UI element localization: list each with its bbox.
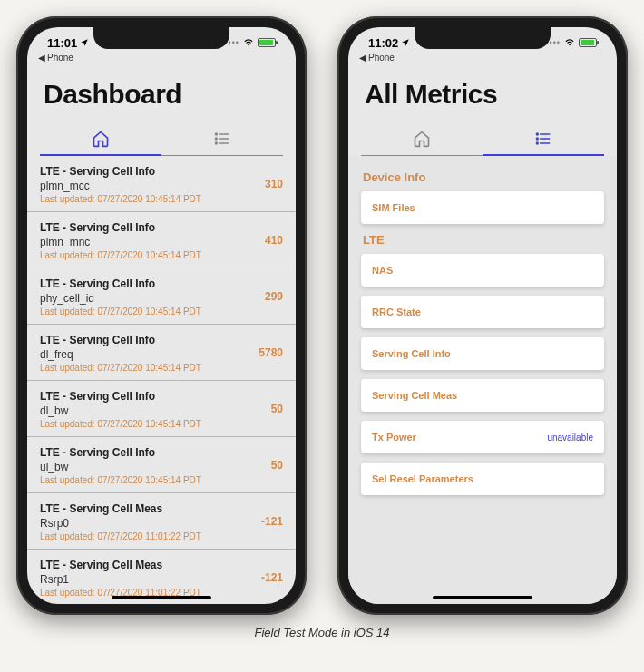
metric-name: Serving Cell Info [372, 348, 451, 359]
tab-dashboard[interactable] [361, 124, 483, 155]
dashboard-row[interactable]: LTE - Serving Cell MeasRsrp0Last updated… [27, 493, 296, 550]
tab-bar [361, 124, 604, 156]
page-header: All Metrics [348, 63, 617, 119]
row-title: LTE - Serving Cell Info [40, 165, 283, 178]
metric-name: NAS [372, 265, 393, 276]
metric-card[interactable]: SIM Files [361, 191, 604, 224]
tab-dashboard[interactable] [40, 124, 161, 155]
wifi-icon [563, 38, 576, 47]
back-to-app[interactable]: ◀ Phone [27, 53, 296, 63]
dashboard-row[interactable]: LTE - Serving Cell Infodl_bwLast updated… [27, 381, 296, 437]
metric-status: unavailable [547, 433, 593, 443]
row-title: LTE - Serving Cell Info [40, 446, 283, 459]
metric-name: Serving Cell Meas [372, 390, 457, 401]
svg-point-5 [216, 142, 218, 144]
row-metric: dl_bw [40, 404, 283, 417]
clock: 11:02 [368, 36, 398, 50]
metric-card[interactable]: Serving Cell Meas [361, 379, 604, 412]
chevron-left-icon: ◀ [359, 53, 366, 63]
metric-name: Sel Resel Parameters [372, 473, 473, 484]
tab-all-metrics[interactable] [161, 124, 283, 155]
row-title: LTE - Serving Cell Info [40, 221, 283, 234]
row-timestamp: Last updated: 07/27/2020 10:45:14 PDT [40, 194, 283, 204]
dashboard-row[interactable]: LTE - Serving Cell Infoplmn_mncLast upda… [27, 212, 296, 268]
metric-card[interactable]: Sel Resel Parameters [361, 463, 604, 495]
row-value: 50 [271, 403, 283, 415]
row-value: 5780 [259, 346, 283, 359]
metric-card[interactable]: Serving Cell Info [361, 337, 604, 370]
back-label: Phone [47, 53, 73, 63]
list-icon [213, 130, 231, 148]
tab-bar [40, 124, 283, 156]
section-header: Device Info [363, 170, 602, 184]
metric-name: Tx Power [372, 432, 416, 443]
metric-card[interactable]: Tx Powerunavailable [361, 421, 604, 453]
phone-right: 11:02 •••• ◀ Phone All Metri [337, 16, 628, 615]
row-title: LTE - Serving Cell Meas [40, 559, 283, 571]
section-header: LTE [363, 233, 602, 247]
metric-card[interactable]: RRC State [361, 296, 604, 328]
row-metric: plmn_mnc [40, 236, 283, 248]
metric-card[interactable]: NAS [361, 254, 604, 287]
svg-point-4 [216, 138, 218, 140]
battery-icon [258, 38, 276, 47]
dashboard-row[interactable]: LTE - Serving Cell Infoplmn_mccLast upda… [27, 156, 296, 212]
page-header: Dashboard [27, 63, 296, 119]
row-title: LTE - Serving Cell Meas [40, 502, 283, 515]
wifi-icon [242, 38, 255, 47]
notch [93, 27, 229, 49]
dashboard-list[interactable]: LTE - Serving Cell Infoplmn_mccLast upda… [27, 156, 296, 604]
row-timestamp: Last updated: 07/27/2020 10:45:14 PDT [40, 250, 283, 260]
screen-right: 11:02 •••• ◀ Phone All Metri [348, 27, 617, 604]
row-value: -121 [261, 515, 283, 528]
row-title: LTE - Serving Cell Info [40, 278, 283, 290]
svg-point-11 [537, 142, 539, 144]
row-value: 310 [265, 178, 283, 190]
row-metric: Rsrp0 [40, 517, 283, 530]
row-value: -121 [261, 571, 283, 584]
row-timestamp: Last updated: 07/27/2020 11:01:22 PDT [40, 531, 283, 541]
back-label: Phone [368, 53, 395, 63]
dashboard-row[interactable]: LTE - Serving Cell Infodl_freqLast updat… [27, 325, 296, 381]
row-timestamp: Last updated: 07/27/2020 10:45:14 PDT [40, 475, 283, 485]
screen-left: 11:01 •••• ◀ Phone Dashboard [27, 27, 296, 604]
row-metric: phy_cell_id [40, 292, 283, 305]
metric-name: SIM Files [372, 202, 415, 213]
svg-point-10 [537, 138, 539, 140]
page-title: Dashboard [44, 79, 279, 110]
list-icon [534, 130, 552, 148]
location-icon [80, 38, 89, 47]
row-value: 50 [271, 459, 283, 472]
metrics-list[interactable]: Device InfoSIM FilesLTENASRRC StateServi… [348, 156, 617, 604]
row-metric: Rsrp1 [40, 573, 283, 586]
location-icon [401, 38, 410, 47]
row-timestamp: Last updated: 07/27/2020 10:45:14 PDT [40, 363, 283, 373]
row-title: LTE - Serving Cell Info [40, 334, 283, 346]
chevron-left-icon: ◀ [38, 53, 45, 63]
metric-name: RRC State [372, 307, 421, 317]
home-indicator[interactable] [112, 596, 211, 599]
row-metric: plmn_mcc [40, 180, 283, 192]
dashboard-row[interactable]: LTE - Serving Cell Infoul_bwLast updated… [27, 437, 296, 493]
tab-all-metrics[interactable] [483, 124, 604, 155]
dashboard-row[interactable]: LTE - Serving Cell Infophy_cell_idLast u… [27, 268, 296, 325]
home-icon [413, 130, 431, 148]
notch [415, 27, 551, 49]
home-icon [92, 130, 110, 148]
row-value: 299 [265, 290, 283, 303]
row-title: LTE - Serving Cell Info [40, 390, 283, 403]
battery-icon [579, 38, 597, 47]
row-value: 410 [265, 234, 283, 247]
row-metric: ul_bw [40, 461, 283, 473]
svg-point-9 [537, 133, 539, 135]
clock: 11:01 [47, 36, 77, 50]
svg-point-3 [216, 133, 218, 135]
row-timestamp: Last updated: 07/27/2020 10:45:14 PDT [40, 307, 283, 317]
phone-left: 11:01 •••• ◀ Phone Dashboard [16, 16, 307, 615]
page-title: All Metrics [365, 79, 600, 110]
row-metric: dl_freq [40, 348, 283, 361]
figure-caption: Field Test Mode in iOS 14 [0, 626, 644, 639]
row-timestamp: Last updated: 07/27/2020 10:45:14 PDT [40, 419, 283, 429]
back-to-app[interactable]: ◀ Phone [348, 53, 617, 63]
home-indicator[interactable] [433, 596, 532, 599]
